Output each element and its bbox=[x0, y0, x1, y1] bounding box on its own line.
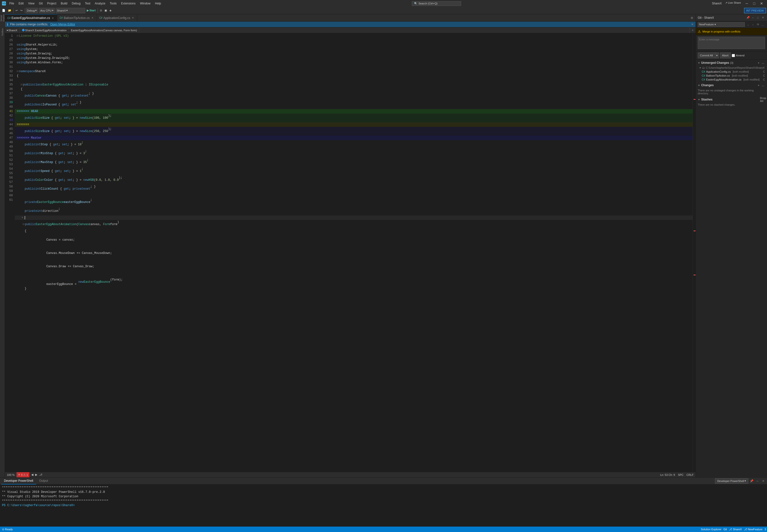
menu-debug[interactable]: Debug bbox=[70, 1, 82, 6]
git-panel-minimize-icon[interactable]: ─ bbox=[751, 16, 755, 20]
close-btn[interactable]: ✕ bbox=[758, 0, 765, 7]
toolbar-various2[interactable]: ▣ bbox=[103, 8, 108, 13]
menu-git[interactable]: Git bbox=[37, 1, 45, 6]
fold-icon[interactable]: ⊟ bbox=[17, 69, 18, 74]
git-unmerged-header[interactable]: ▼ Unmerged Changes (3) + … bbox=[696, 60, 767, 66]
git-sharex-status[interactable]: ⎇ ShareX bbox=[728, 528, 743, 531]
tab-app-config[interactable]: C# ApplicationConfig.cs ✕ bbox=[97, 14, 137, 22]
tab-settings-icon[interactable]: ⚙ bbox=[689, 15, 695, 21]
toolbar-redo[interactable]: ↪ bbox=[19, 8, 23, 13]
git-changes-more-icon[interactable]: … bbox=[761, 83, 765, 87]
git-file-appconfig[interactable]: C# ApplicationConfig.cs [both modified] … bbox=[696, 70, 767, 74]
minimize-btn[interactable]: ─ bbox=[743, 0, 750, 7]
tab-close-easter-egg[interactable]: ✕ bbox=[51, 16, 54, 20]
menu-project[interactable]: Project bbox=[45, 1, 58, 6]
tab-developer-powershell[interactable]: Developer PowerShell bbox=[1, 478, 36, 484]
terminal-content[interactable]: ****************************************… bbox=[0, 484, 767, 527]
search-input[interactable]: 🔍 Search (Ctrl+Q) bbox=[412, 1, 461, 6]
code-line-50 bbox=[15, 193, 693, 198]
menu-help[interactable]: Help bbox=[153, 1, 163, 6]
start-btn[interactable]: ▶ Start bbox=[86, 8, 97, 13]
toolbar-new[interactable]: 📄 bbox=[1, 8, 6, 13]
toolbar-various1[interactable]: ⊙ bbox=[99, 8, 103, 13]
tab-easter-egg[interactable]: C# EasterEggAboutAnimation.cs ✕ bbox=[5, 14, 57, 22]
nav-project[interactable]: ▸ ShareX bbox=[5, 27, 20, 33]
server-explorer-icon[interactable]: Server Explorer bbox=[0, 15, 4, 19]
git-abort-btn[interactable]: Abort bbox=[720, 52, 731, 58]
toolbox-icon[interactable]: Toolbox bbox=[0, 30, 4, 34]
status-tab-git[interactable]: Git bbox=[722, 528, 728, 531]
git-branch-select[interactable]: NewFeature ▾ bbox=[698, 22, 745, 27]
git-changes-header[interactable]: ▼ Changes + … bbox=[696, 83, 767, 88]
info-bar-close-btn[interactable]: ✕ bbox=[691, 23, 694, 26]
fold-icon[interactable]: ⊟ bbox=[23, 222, 24, 227]
git-changes-add-icon[interactable]: + bbox=[757, 83, 761, 87]
errors-status[interactable]: ✕ 9 ⚠ 1 bbox=[17, 472, 29, 478]
git-pull-icon[interactable]: ⟳ bbox=[756, 22, 760, 27]
git-push-icon[interactable]: ↑ bbox=[751, 22, 755, 27]
tab-close-appconfig[interactable]: ✕ bbox=[131, 16, 135, 20]
tab-output[interactable]: Output bbox=[36, 478, 51, 484]
git-add-icon[interactable]: + bbox=[757, 61, 761, 65]
nav-namespace[interactable]: 🔷 ShareX.EasterEggAboutAnimation bbox=[20, 27, 69, 33]
menu-build[interactable]: Build bbox=[59, 1, 69, 6]
project-dropdown[interactable]: ShareX ▾ bbox=[56, 8, 85, 13]
git-fetch-icon[interactable]: ↓ bbox=[746, 22, 750, 27]
git-drop-all-btn[interactable]: Drop All bbox=[761, 98, 765, 101]
nav-add-btn[interactable]: + bbox=[690, 27, 696, 33]
live-share-btn[interactable]: ↗ Live Share bbox=[723, 0, 743, 5]
menu-file[interactable]: File bbox=[7, 1, 16, 6]
debug-mode-dropdown[interactable]: Debug ▾ bbox=[26, 8, 38, 13]
git-panel-close-icon[interactable]: ✕ bbox=[761, 16, 765, 20]
git-commit-dropdown-arrow[interactable]: ▾ bbox=[715, 52, 719, 58]
git-file-easteregg[interactable]: C# EasterEggAboutAnimation.cs [both modi… bbox=[696, 78, 767, 82]
fold-icon[interactable]: ⊟ bbox=[17, 34, 18, 38]
nav-back-btn[interactable]: ◀ bbox=[31, 473, 33, 476]
bottom-minimize-icon[interactable]: ─ bbox=[755, 478, 760, 484]
menu-window[interactable]: Window bbox=[138, 1, 152, 6]
menu-edit[interactable]: Edit bbox=[17, 1, 26, 6]
git-commit-message-input[interactable] bbox=[698, 37, 765, 49]
git-file-balloontip[interactable]: C# BalloonTipAction.cs [both modified] C bbox=[696, 74, 767, 78]
bottom-pin-icon[interactable]: 📌 bbox=[749, 478, 754, 484]
conflict-count-status[interactable]: 3 bbox=[764, 528, 767, 531]
code-line-51: private EasterEggBounce easterEggBounce; bbox=[15, 198, 693, 207]
status-tab-solution-explorer[interactable]: Solution Explorer bbox=[700, 528, 722, 531]
bottom-close-icon[interactable]: ✕ bbox=[761, 478, 766, 484]
new-feature-status[interactable]: ⎇ NewFeature bbox=[743, 528, 764, 531]
git-stashes-header[interactable]: ▼ Stashes Drop All bbox=[696, 97, 767, 102]
terminal-dropdown[interactable]: Developer PowerShell ▾ bbox=[715, 478, 748, 484]
fold-icon[interactable]: ⊟ bbox=[21, 83, 22, 87]
menu-view[interactable]: View bbox=[26, 1, 36, 6]
git-branch-icons: ↓ ↑ ⟳ … bbox=[746, 22, 765, 27]
live-share-icon: ↗ bbox=[725, 1, 727, 4]
toolbar-various3[interactable]: ◈ bbox=[108, 8, 112, 13]
zoom-level[interactable]: 100 % bbox=[7, 473, 15, 476]
menu-extensions[interactable]: Extensions bbox=[119, 1, 137, 6]
git-branch-status[interactable]: ⎇ bbox=[39, 473, 42, 476]
git-more-icon[interactable]: … bbox=[761, 22, 765, 27]
platform-dropdown[interactable]: Any CPU ▾ bbox=[39, 8, 54, 13]
git-commit-all-btn[interactable]: Commit All bbox=[698, 52, 715, 58]
int-preview-button[interactable]: INT PREVIEW bbox=[744, 8, 766, 13]
git-panel-pin-icon[interactable]: 📌 bbox=[746, 16, 750, 20]
git-amend-checkbox[interactable]: Amend bbox=[732, 54, 745, 57]
tab-balloon-tip[interactable]: C# BalloonTipAction.cs ✕ bbox=[57, 14, 97, 22]
code-line-25 bbox=[15, 38, 693, 43]
tab-close-balloon[interactable]: ✕ bbox=[91, 16, 94, 20]
git-amend-input[interactable] bbox=[732, 54, 735, 57]
ready-status[interactable]: ⊙ Ready bbox=[0, 528, 15, 531]
open-merge-editor-link[interactable]: Open Merge Editor bbox=[50, 23, 75, 26]
nav-forward-btn[interactable]: ▶ bbox=[35, 473, 37, 476]
maximize-btn[interactable]: □ bbox=[751, 0, 758, 7]
nav-method[interactable]: EasterEggAboutAnimation(Canvas canvas, F… bbox=[69, 27, 139, 33]
git-more-icon[interactable]: … bbox=[761, 61, 765, 65]
code-content[interactable]: ⊟ License Information (GPL v3) using Sha… bbox=[15, 33, 693, 472]
menu-tools[interactable]: Tools bbox=[108, 1, 118, 6]
menu-test[interactable]: Test bbox=[83, 1, 92, 6]
toolbar-open[interactable]: 📁 bbox=[7, 8, 12, 13]
git-panel-maximize-icon[interactable]: □ bbox=[756, 16, 760, 20]
int-preview-btn[interactable]: INT PREVIEW bbox=[744, 8, 766, 13]
menu-analyze[interactable]: Analyze bbox=[93, 1, 107, 6]
toolbar-undo[interactable]: ↩ bbox=[15, 8, 19, 13]
